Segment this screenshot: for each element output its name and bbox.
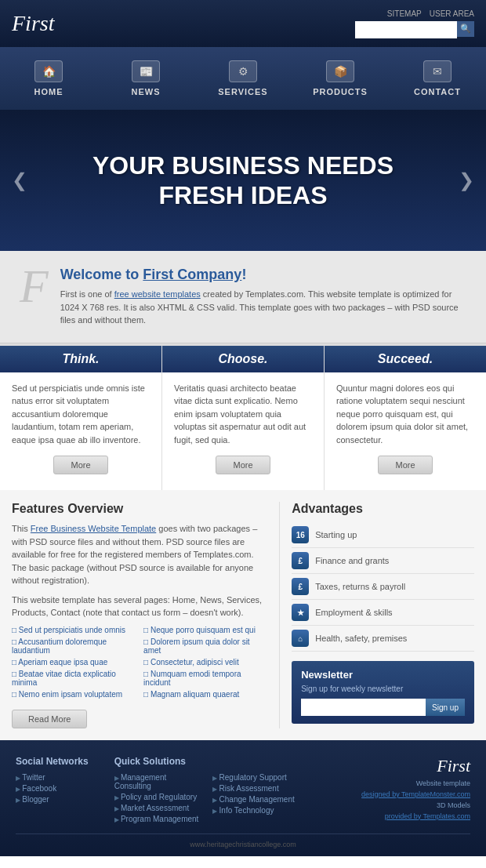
footer: Social Networks Twitter Facebook Blogger… [0,740,486,856]
welcome-text: First is one of free website templates c… [60,288,466,327]
logo[interactable]: First [12,11,54,36]
list-item[interactable]: Consectetur, adipisci velit [143,658,267,666]
list-item[interactable]: Neque porro quisquam est qui [143,626,267,634]
hero-text: YOUR BUSINESS NEEDS FRESH IDEAS [92,151,394,211]
hero-next-arrow[interactable]: ❯ [459,169,474,191]
list-item[interactable]: Numquam emodi tempora incidunt [143,670,267,687]
features-title: Features Overview [12,502,267,516]
footer-link[interactable]: Management Consulting [114,773,205,790]
succeed-header: Succeed. [325,346,486,372]
adv-label-3: Taxes, returns & payroll [315,582,405,591]
products-icon: 📦 [326,60,354,82]
sitemap-link[interactable]: SITEMAP [387,9,422,18]
nav-news[interactable]: 📰 NEWS [97,60,194,96]
list-item[interactable]: Beatae vitae dicta explicatio minima [12,670,136,687]
contact-icon: ✉ [423,60,452,82]
header-right: SITEMAP USER AREA 🔍 [355,9,474,38]
footer-extra-title [212,756,303,767]
adv-icon-2: £ [292,552,309,569]
header-links: SITEMAP USER AREA [387,9,474,18]
footer-bottom: www.heritagechristiancollege.com [16,833,470,848]
adv-item-4: ★ Employment & skills [292,600,474,626]
features-section: Features Overview This Free Business Web… [12,502,280,728]
newsletter-title: Newsletter [301,669,465,681]
services-icon: ⚙ [229,60,257,82]
user-area-link[interactable]: USER AREA [430,9,474,18]
list-item[interactable]: Magnam aliquam quaerat [143,690,267,699]
footer-link[interactable]: Change Management [212,795,303,804]
advantages-section: Advantages 16 Starting up £ Finance and … [280,502,474,728]
footer-link[interactable]: Info Technology [212,806,303,815]
nav-products[interactable]: 📦 PRODUCTS [292,60,389,96]
nav-services[interactable]: ⚙ SERVICES [194,60,292,96]
footer-link[interactable]: Risk Assessment [212,784,303,793]
features-list-right: Neque porro quisquam est qui Dolorem ips… [143,626,267,702]
choose-more-btn[interactable]: More [216,456,270,474]
header: First SITEMAP USER AREA 🔍 [0,0,486,47]
list-item[interactable]: Accusantium doloremque laudantium [12,637,136,655]
search-button[interactable]: 🔍 [457,21,474,37]
read-more-btn[interactable]: Read More [12,710,87,728]
footer-top: Social Networks Twitter Facebook Blogger… [16,756,470,826]
nav-products-label: PRODUCTS [313,87,368,96]
newsletter-email-input[interactable] [301,699,426,716]
advantages-title: Advantages [292,502,474,516]
company-link[interactable]: First Company [143,267,241,282]
template-monster-link[interactable]: designed by TemplateMonster.com [361,790,470,798]
adv-icon-4: ★ [292,604,309,621]
footer-solutions: Quick Solutions Management Consulting Po… [114,756,205,826]
col-succeed: Succeed. Quuntur magni dolores eos qui r… [325,346,486,491]
features-para1: This Free Business Website Template goes… [12,522,267,587]
search-input[interactable] [355,21,457,38]
adv-item-2: £ Finance and grants [292,548,474,574]
think-more-btn[interactable]: More [53,456,108,474]
features-link[interactable]: Free Business Website Template [31,524,156,533]
think-header: Think. [0,346,161,372]
adv-icon-1: 16 [292,526,309,543]
list-item[interactable]: Sed ut perspiciatis unde omnis [12,626,136,634]
adv-label-5: Health, safety, premises [315,634,407,643]
footer-tagline3: 3D Models [311,801,470,809]
newsletter-subtitle: Sign up for weekly newsletter [301,685,465,693]
templates-link[interactable]: free website templates [114,289,201,299]
list-item[interactable]: Nemo enim ipsam voluptatem [12,690,136,699]
footer-link[interactable]: Facebook [16,784,107,793]
footer-brand: First Website template designed by Templ… [311,756,470,826]
features-para2: This website template has several pages:… [12,594,267,619]
adv-icon-5: ⌂ [292,630,309,647]
newsletter-box: Newsletter Sign up for weekly newsletter… [292,661,474,724]
adv-label-1: Starting up [315,530,357,539]
adv-item-5: ⌂ Health, safety, premises [292,626,474,652]
footer-solutions-title: Quick Solutions [114,756,205,767]
nav-home[interactable]: 🏠 HOME [0,60,97,96]
welcome-letter: F [20,263,49,310]
succeed-text: Quuntur magni dolores eos qui ratione vo… [336,382,474,447]
footer-link[interactable]: Program Management [114,815,205,823]
footer-link[interactable]: Market Assessment [114,804,205,812]
col-think: Think. Sed ut perspiciatis unde omnis is… [0,346,162,491]
hero-section: ❮ YOUR BUSINESS NEEDS FRESH IDEAS ❯ [0,110,486,251]
templates-com-link[interactable]: provided by Templates.com [385,812,470,820]
welcome-content: Welcome to First Company! First is one o… [60,267,466,327]
footer-tagline2: designed by TemplateMonster.com [311,790,470,798]
features-row: Features Overview This Free Business Web… [0,490,486,740]
footer-link[interactable]: Twitter [16,773,107,782]
home-icon: 🏠 [34,60,63,82]
hero-prev-arrow[interactable]: ❮ [12,169,27,191]
nav-services-label: SERVICES [218,87,267,96]
footer-link[interactable]: Policy and Regulatory [114,793,205,801]
hero-headline: YOUR BUSINESS NEEDS FRESH IDEAS [92,151,394,211]
search-bar: 🔍 [355,21,474,38]
succeed-more-btn[interactable]: More [378,456,433,474]
three-col-section: Think. Sed ut perspiciatis unde omnis is… [0,343,486,491]
footer-link[interactable]: Blogger [16,795,107,804]
footer-extra: Regulatory Support Risk Assessment Chang… [212,756,303,826]
features-lists: Sed ut perspiciatis unde omnis Accusanti… [12,626,267,702]
list-item[interactable]: Aperiam eaque ipsa quae [12,658,136,666]
nav-contact[interactable]: ✉ CONTACT [389,60,486,96]
welcome-heading: Welcome to First Company! [60,267,466,283]
list-item[interactable]: Dolorem ipsum quia dolor sit amet [143,637,267,655]
newsletter-signup-btn[interactable]: Sign up [426,699,465,716]
footer-link[interactable]: Regulatory Support [212,773,303,782]
footer-social: Social Networks Twitter Facebook Blogger [16,756,107,826]
